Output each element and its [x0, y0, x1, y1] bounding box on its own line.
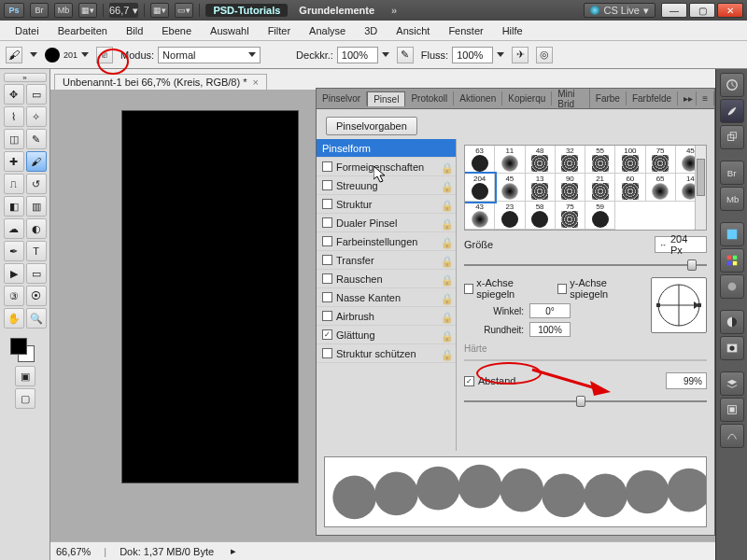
- brush-picker-arrow-icon[interactable]: [81, 52, 89, 57]
- screenmode-toggle[interactable]: ▢: [15, 388, 35, 409]
- menu-filter[interactable]: Filter: [261, 23, 298, 38]
- brush-setting-glättung[interactable]: ✓Glättung🔒: [317, 326, 456, 344]
- mode-select[interactable]: Normal: [158, 47, 261, 63]
- panel-tab-pinselvor[interactable]: Pinselvor: [317, 91, 367, 105]
- maximize-button[interactable]: ▢: [689, 3, 715, 18]
- brush-setting-formeigenschaften[interactable]: Formeigenschaften🔒: [317, 158, 456, 176]
- airbrush-toggle[interactable]: ✈: [512, 47, 529, 63]
- paths-panel-icon[interactable]: [720, 424, 744, 448]
- panel-tabs-more[interactable]: ▸▸: [678, 91, 697, 105]
- healing-tool[interactable]: ✚: [4, 151, 24, 172]
- history-panel-icon[interactable]: [720, 73, 744, 97]
- panel-tab-protokoll[interactable]: Protokoll: [405, 91, 454, 105]
- ps-logo[interactable]: Ps: [4, 3, 24, 18]
- canvas[interactable]: [121, 110, 299, 483]
- panel-tab-mini brid[interactable]: Mini Brid: [552, 89, 590, 109]
- dodge-tool[interactable]: ◐: [26, 218, 47, 239]
- document-tab[interactable]: Unbenannt-1 bei 66,7% (Kreis, RGB/8) * ×: [54, 74, 267, 90]
- brush-setting-struktur-schützen[interactable]: Struktur schützen🔒: [317, 344, 456, 363]
- minibridge-panel-icon[interactable]: Mb: [720, 187, 744, 211]
- minimize-button[interactable]: —: [661, 3, 687, 18]
- brush-setting-dualer-pinsel[interactable]: Dualer Pinsel🔒: [317, 214, 456, 232]
- panel-tab-aktionen[interactable]: Aktionen: [454, 91, 502, 105]
- styles-panel-icon[interactable]: [720, 274, 744, 299]
- adjust-panel-icon[interactable]: [720, 310, 744, 334]
- marquee-tool[interactable]: ▭: [26, 84, 47, 105]
- color-swatches[interactable]: [10, 338, 40, 364]
- menu-ebene[interactable]: Ebene: [154, 23, 199, 38]
- brush-thumb[interactable]: 23: [495, 202, 525, 230]
- brush-thumb[interactable]: 13: [526, 174, 556, 202]
- brush-thumb[interactable]: 60: [615, 174, 645, 202]
- workspace-more[interactable]: »: [386, 5, 402, 16]
- flow-arrow-icon[interactable]: [497, 52, 504, 57]
- 3d-camera-tool[interactable]: ⦿: [26, 286, 47, 306]
- collapse-arrow-icon[interactable]: »: [4, 73, 47, 82]
- layout-button[interactable]: ▦▾: [78, 3, 97, 18]
- brush-presets-button[interactable]: Pinselvorgaben: [326, 117, 417, 135]
- channels-panel-icon[interactable]: [720, 398, 744, 422]
- type-tool[interactable]: T: [26, 241, 47, 261]
- eyedropper-tool[interactable]: ✎: [26, 129, 47, 149]
- panel-tab-farbe[interactable]: Farbe: [590, 91, 627, 105]
- menu-fenster[interactable]: Fenster: [441, 23, 490, 38]
- brush-thumb[interactable]: 48: [526, 146, 556, 174]
- brush-setting-streuung[interactable]: Streuung🔒: [317, 176, 456, 195]
- brush-thumb[interactable]: 58: [526, 202, 556, 230]
- zoom-tool[interactable]: 🔍: [26, 308, 47, 329]
- hand-tool[interactable]: ✋: [4, 308, 24, 329]
- brush-thumb[interactable]: 21: [585, 174, 615, 202]
- lasso-tool[interactable]: ⌇: [4, 106, 24, 127]
- blur-tool[interactable]: ☁: [4, 218, 24, 239]
- brush-thumb[interactable]: 75: [646, 146, 676, 174]
- brush-panel-toggle[interactable]: ⎚: [96, 47, 113, 63]
- panel-tab-pinsel[interactable]: Pinsel: [367, 91, 405, 106]
- panel-tab-kopierqu[interactable]: Kopierqu: [502, 91, 552, 105]
- brush-thumb[interactable]: 59: [585, 202, 615, 230]
- magic-wand-tool[interactable]: ✧: [26, 106, 47, 127]
- spacing-checkbox[interactable]: ✓Abstand: [464, 375, 515, 386]
- minibridge-button[interactable]: Mb: [54, 3, 73, 18]
- roundness-input[interactable]: 100%: [529, 322, 571, 337]
- brush-grid[interactable]: 6311483255100754520445139021606514432358…: [464, 145, 707, 231]
- brush-panel-icon[interactable]: [720, 99, 744, 123]
- swatches-panel-icon[interactable]: [720, 248, 744, 273]
- color-panel-icon[interactable]: [720, 222, 744, 246]
- menu-3d[interactable]: 3D: [357, 23, 385, 38]
- crop-tool[interactable]: ◫: [4, 129, 24, 149]
- brush-grid-scrollbar[interactable]: [695, 146, 706, 230]
- pen-tool[interactable]: ✒: [4, 241, 24, 261]
- spacing-slider[interactable]: [464, 395, 707, 408]
- masks-panel-icon[interactable]: [720, 336, 744, 360]
- history-brush-tool[interactable]: ↺: [26, 174, 47, 194]
- size-slider[interactable]: [464, 259, 707, 272]
- menu-bild[interactable]: Bild: [119, 23, 150, 38]
- mirror-y-checkbox[interactable]: y-Achse spiegeln: [557, 277, 641, 300]
- stamp-tool[interactable]: ⎍: [4, 174, 24, 194]
- menu-ansicht[interactable]: Ansicht: [388, 23, 437, 38]
- orientation-dial[interactable]: [651, 277, 707, 333]
- menu-analyse[interactable]: Analyse: [302, 23, 353, 38]
- brush-picker[interactable]: 201: [45, 48, 89, 63]
- brush-setting-struktur[interactable]: Struktur🔒: [317, 195, 456, 214]
- 3d-tool[interactable]: ③: [4, 286, 24, 306]
- move-tool[interactable]: ✥: [4, 84, 24, 105]
- brush-thumb[interactable]: 90: [556, 174, 585, 202]
- path-select-tool[interactable]: ▶: [4, 263, 24, 284]
- view-extras-button[interactable]: ▦▾: [150, 3, 169, 18]
- flow-input[interactable]: 100%: [452, 47, 493, 63]
- brush-shape-header[interactable]: Pinselform: [317, 139, 456, 158]
- eraser-tool[interactable]: ◧: [4, 196, 24, 217]
- close-button[interactable]: ✕: [717, 3, 743, 18]
- opacity-input[interactable]: 100%: [337, 47, 378, 63]
- brush-setting-transfer[interactable]: Transfer🔒: [317, 251, 456, 270]
- size-pressure-toggle[interactable]: ◎: [536, 47, 553, 63]
- menu-bearbeiten[interactable]: Bearbeiten: [50, 23, 115, 38]
- screen-mode-button[interactable]: ▭▾: [175, 3, 193, 18]
- brush-thumb[interactable]: 11: [495, 146, 525, 174]
- brush-setting-rauschen[interactable]: Rauschen🔒: [317, 270, 456, 288]
- opacity-pressure-toggle[interactable]: ✎: [397, 47, 414, 63]
- brush-setting-farbeinstellungen[interactable]: Farbeinstellungen🔒: [317, 232, 456, 251]
- brush-thumb[interactable]: 45: [495, 174, 525, 202]
- size-value[interactable]: ↔204 Px: [655, 236, 707, 253]
